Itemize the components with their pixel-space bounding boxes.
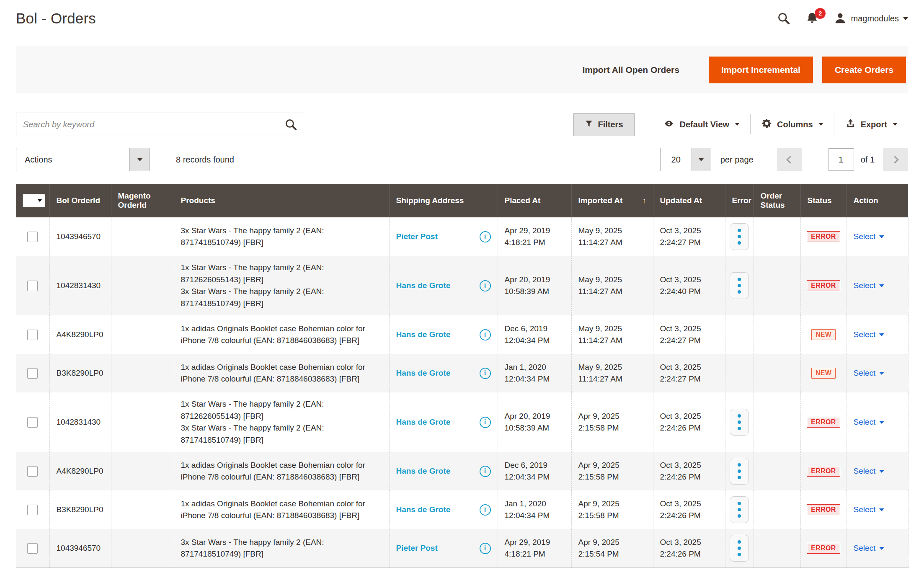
select-action-dropdown[interactable]: Select <box>854 467 885 476</box>
column-header-placed-at[interactable]: Placed At <box>498 184 571 217</box>
global-search-icon[interactable] <box>777 12 790 25</box>
info-icon[interactable]: i <box>480 231 491 242</box>
column-header-products[interactable]: Products <box>174 184 389 217</box>
row-checkbox[interactable] <box>27 330 38 340</box>
select-action-dropdown[interactable]: Select <box>854 418 885 427</box>
user-avatar-icon <box>834 12 847 25</box>
info-icon[interactable]: i <box>480 466 491 477</box>
info-icon[interactable]: i <box>480 543 491 554</box>
per-page-select[interactable]: 20 <box>660 148 711 171</box>
imported-at-cell: Apr 9, 2025 2:15:58 PM <box>578 410 646 433</box>
records-found-label: 8 records found <box>176 155 234 165</box>
column-header-action[interactable]: Action <box>847 184 908 217</box>
info-icon[interactable]: i <box>480 329 491 340</box>
table-row: A4K8290LP0 1x adidas Originals Booklet c… <box>16 315 908 354</box>
products-cell: 3x Star Wars - The happy family 2 (EAN: … <box>174 217 389 256</box>
order-status-cell <box>754 490 800 529</box>
order-status-cell <box>754 315 800 354</box>
table-row: B3K8290LP0 1x adidas Originals Booklet c… <box>16 490 908 529</box>
filters-button[interactable]: Filters <box>573 113 635 136</box>
info-icon[interactable]: i <box>480 280 491 291</box>
column-header-error[interactable]: Error <box>725 184 754 217</box>
select-action-dropdown[interactable]: Select <box>854 281 885 290</box>
select-action-dropdown[interactable]: Select <box>854 369 885 378</box>
shipping-address-link[interactable]: Hans de Grote <box>396 505 451 514</box>
row-checkbox[interactable] <box>27 505 38 515</box>
error-menu-button[interactable] <box>730 223 749 250</box>
next-page-button[interactable] <box>883 148 908 171</box>
column-header-imported-at[interactable]: Imported At ↑ <box>571 184 653 217</box>
placed-at-cell: Apr 29, 2019 4:18:21 PM <box>505 536 565 560</box>
row-checkbox[interactable] <box>27 543 38 554</box>
magento-order-id-cell <box>111 354 174 392</box>
default-view-dropdown[interactable]: Default View <box>652 119 751 130</box>
shipping-address-link[interactable]: Hans de Grote <box>396 281 451 290</box>
user-menu[interactable]: magmodules <box>834 12 908 25</box>
select-action-dropdown[interactable]: Select <box>854 330 885 339</box>
error-menu-button[interactable] <box>730 409 749 436</box>
actions-select-caret <box>129 148 150 171</box>
info-icon[interactable]: i <box>480 417 491 428</box>
notifications-bell-icon[interactable]: 2 <box>805 12 819 25</box>
shipping-address-link[interactable]: Hans de Grote <box>396 467 451 476</box>
import-incremental-button[interactable]: Import Incremental <box>709 57 813 83</box>
notification-count-badge: 2 <box>815 8 826 19</box>
column-header-order-status[interactable]: Order Status <box>754 184 800 217</box>
bol-orders-page: Bol - Orders 2 <box>0 0 924 588</box>
placed-at-cell: Jan 1, 2020 12:04:34 PM <box>505 361 565 384</box>
order-status-cell <box>754 354 800 392</box>
table-row: 1042831430 1x Star Wars - The happy fami… <box>16 256 908 315</box>
previous-page-button[interactable] <box>777 148 802 171</box>
shipping-address-link[interactable]: Pieter Post <box>396 232 438 241</box>
row-checkbox[interactable] <box>27 417 38 428</box>
column-header-shipping-address[interactable]: Shipping Address <box>389 184 498 217</box>
export-dropdown[interactable]: Export <box>834 118 908 131</box>
row-checkbox[interactable] <box>27 368 38 379</box>
columns-dropdown[interactable]: Columns <box>751 118 834 131</box>
products-cell: 1x adidas Originals Booklet case Bohemia… <box>174 452 389 490</box>
row-checkbox[interactable] <box>27 466 38 477</box>
import-all-open-orders-button[interactable]: Import All Open Orders <box>582 65 679 75</box>
shipping-address-link[interactable]: Hans de Grote <box>396 369 451 378</box>
error-menu-button[interactable] <box>730 272 749 299</box>
search-submit-icon[interactable] <box>284 118 297 133</box>
select-action-dropdown[interactable]: Select <box>854 232 885 241</box>
select-action-dropdown[interactable]: Select <box>854 505 885 514</box>
column-header-bol-orderid[interactable]: Bol OrderId <box>49 184 111 217</box>
row-checkbox[interactable] <box>27 281 38 291</box>
page-title: Bol - Orders <box>16 10 96 27</box>
row-checkbox[interactable] <box>27 232 38 242</box>
info-icon[interactable]: i <box>480 368 491 379</box>
create-orders-button[interactable]: Create Orders <box>822 57 906 83</box>
gear-icon <box>761 118 772 131</box>
column-header-magento-orderid[interactable]: Magento OrderId <box>111 184 174 217</box>
select-action-dropdown[interactable]: Select <box>854 544 885 553</box>
shipping-address-link[interactable]: Pieter Post <box>396 544 438 553</box>
column-header-status[interactable]: Status <box>800 184 847 217</box>
actions-select[interactable]: Actions <box>16 148 150 171</box>
current-page-input[interactable] <box>828 148 854 171</box>
error-menu-button[interactable] <box>730 458 749 485</box>
search-input[interactable] <box>16 113 303 136</box>
imported-at-cell: May 9, 2025 11:14:27 AM <box>578 274 646 297</box>
top-right-controls: 2 magmodules <box>777 12 908 25</box>
table-row: B3K8290LP0 1x adidas Originals Booklet c… <box>16 354 908 392</box>
top-header: Bol - Orders 2 <box>0 0 924 27</box>
placed-at-cell: Apr 20, 2019 10:58:39 AM <box>505 410 565 433</box>
shipping-address-link[interactable]: Hans de Grote <box>396 418 451 427</box>
magento-order-id-cell <box>111 490 174 529</box>
products-cell: 1x adidas Originals Booklet case Bohemia… <box>174 354 389 392</box>
order-status-cell <box>754 217 800 256</box>
shipping-address-link[interactable]: Hans de Grote <box>396 330 451 339</box>
select-all-checkbox[interactable] <box>23 194 45 207</box>
sort-ascending-icon: ↑ <box>643 196 646 205</box>
filter-funnel-icon <box>585 119 593 130</box>
column-header-updated-at[interactable]: Updated At <box>653 184 725 217</box>
info-icon[interactable]: i <box>480 504 491 516</box>
updated-at-cell: Oct 3, 2025 2:24:26 PM <box>660 459 718 482</box>
chevron-down-icon <box>879 372 884 375</box>
updated-at-cell: Oct 3, 2025 2:24:26 PM <box>660 498 718 521</box>
imported-at-cell: Apr 9, 2025 2:15:58 PM <box>578 459 646 482</box>
error-menu-button[interactable] <box>730 535 749 562</box>
error-menu-button[interactable] <box>730 496 749 523</box>
